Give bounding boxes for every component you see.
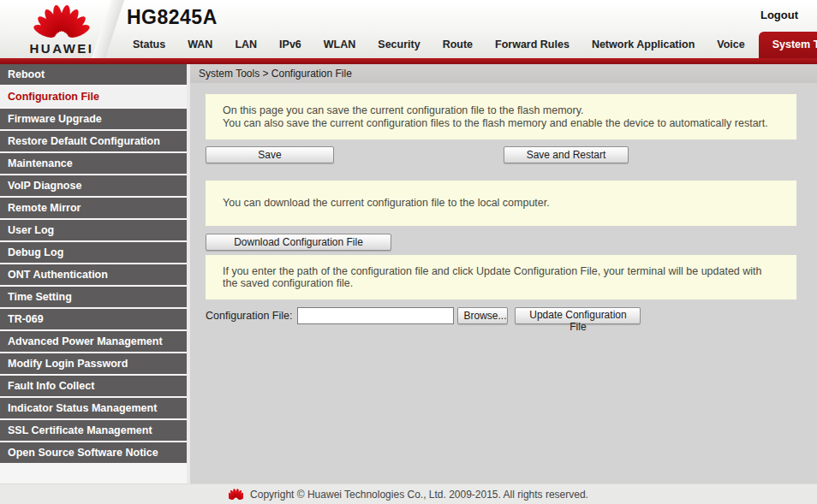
breadcrumb: System Tools > Configuration File xyxy=(190,64,817,83)
sidebar-item-restore-default-configuration[interactable]: Restore Default Configuration xyxy=(0,131,187,151)
logout-link[interactable]: Logout xyxy=(760,9,798,21)
red-accent-bar xyxy=(0,58,817,64)
tab-system-tools[interactable]: System Tools xyxy=(759,32,817,58)
sidebar: RebootConfiguration FileFirmware Upgrade… xyxy=(0,64,187,483)
header: HUAWEI HG8245A Logout StatusWANLANIPv6WL… xyxy=(0,0,817,58)
sidebar-item-user-log[interactable]: User Log xyxy=(0,220,187,240)
configuration-file-input[interactable] xyxy=(297,307,454,324)
sidebar-item-ssl-certificate-management[interactable]: SSL Certificate Management xyxy=(0,420,187,441)
sidebar-item-firmware-upgrade[interactable]: Firmware Upgrade xyxy=(0,109,187,129)
save-and-restart-button[interactable]: Save and Restart xyxy=(504,146,629,163)
main-area: RebootConfiguration FileFirmware Upgrade… xyxy=(0,64,817,483)
tab-wlan[interactable]: WLAN xyxy=(313,33,367,58)
configuration-file-row: Configuration File: Browse... Update Con… xyxy=(206,307,796,324)
huawei-wordmark: HUAWEI xyxy=(17,41,106,56)
sidebar-item-advanced-power-management[interactable]: Advanced Power Management xyxy=(0,331,187,352)
tab-voice[interactable]: Voice xyxy=(706,33,755,58)
sidebar-item-fault-info-collect[interactable]: Fault Info Collect xyxy=(0,376,187,396)
tab-route[interactable]: Route xyxy=(432,33,484,58)
tab-network-application[interactable]: Network Application xyxy=(581,33,706,58)
content-area: System Tools > Configuration File On thi… xyxy=(190,64,817,483)
huawei-logo: HUAWEI xyxy=(17,3,106,56)
sidebar-item-remote-mirror[interactable]: Remote Mirror xyxy=(0,198,187,218)
sidebar-item-ont-authentication[interactable]: ONT Authentication xyxy=(0,264,187,285)
sidebar-item-indicator-status-management[interactable]: Indicator Status Management xyxy=(0,398,187,418)
device-model-title: HG8245A xyxy=(127,6,218,29)
sidebar-item-maintenance[interactable]: Maintenance xyxy=(0,153,187,174)
sidebar-item-open-source-software-notice[interactable]: Open Source Software Notice xyxy=(0,442,187,463)
sidebar-item-reboot[interactable]: Reboot xyxy=(0,64,187,85)
download-configuration-file-button[interactable]: Download Configuration File xyxy=(206,234,391,251)
tab-status[interactable]: Status xyxy=(122,33,176,58)
sidebar-item-debug-log[interactable]: Debug Log xyxy=(0,242,187,263)
update-info-note: If you enter the path of the configurati… xyxy=(206,255,796,299)
footer-copyright: Copyright © Huawei Technologies Co., Ltd… xyxy=(250,489,588,501)
sidebar-item-tr-069[interactable]: TR-069 xyxy=(0,309,187,329)
save-info-line1: On this page you can save the current co… xyxy=(223,104,779,117)
nav-tabs: StatusWANLANIPv6WLANSecurityRouteForward… xyxy=(122,32,817,58)
footer-huawei-logo-icon xyxy=(229,489,243,501)
save-button[interactable]: Save xyxy=(206,146,334,163)
tab-lan[interactable]: LAN xyxy=(224,33,268,58)
browse-button[interactable]: Browse... xyxy=(457,307,508,324)
huawei-logo-icon xyxy=(30,4,93,40)
download-info-text: You can download the current configurati… xyxy=(223,197,779,210)
update-configuration-file-button[interactable]: Update Configuration File xyxy=(515,307,641,324)
tab-forward-rules[interactable]: Forward Rules xyxy=(484,33,581,58)
save-info-line2: You can also save the current configurat… xyxy=(223,117,779,130)
sidebar-item-modify-login-password[interactable]: Modify Login Password xyxy=(0,353,187,374)
sidebar-item-configuration-file[interactable]: Configuration File xyxy=(0,86,187,107)
save-info-note: On this page you can save the current co… xyxy=(206,94,796,139)
download-info-note: You can download the current configurati… xyxy=(206,181,796,226)
sidebar-item-voip-diagnose[interactable]: VoIP Diagnose xyxy=(0,175,187,196)
update-info-text: If you enter the path of the configurati… xyxy=(223,265,779,290)
tab-ipv6[interactable]: IPv6 xyxy=(268,33,313,58)
sidebar-item-time-setting[interactable]: Time Setting xyxy=(0,287,187,307)
configuration-file-label: Configuration File: xyxy=(206,310,292,322)
tab-wan[interactable]: WAN xyxy=(176,33,224,58)
tab-security[interactable]: Security xyxy=(367,33,431,58)
footer: Copyright © Huawei Technologies Co., Ltd… xyxy=(0,483,817,504)
